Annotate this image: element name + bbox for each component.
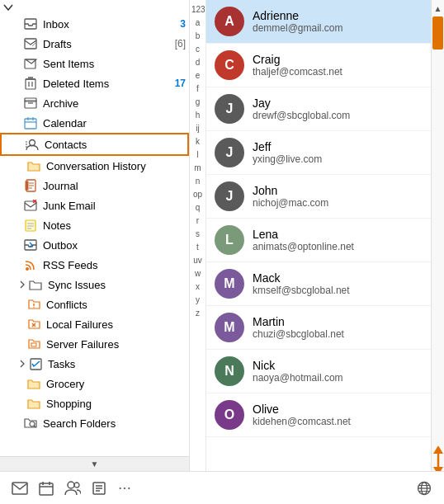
sidebar-item-drafts[interactable]: Drafts [6] [0, 34, 189, 54]
scroll-up-arrow[interactable]: ▲ [432, 0, 445, 16]
icon-drafts [23, 36, 38, 51]
contact-name-6: Mack [253, 271, 423, 285]
alpha-r[interactable]: r [190, 214, 205, 228]
contact-item-0[interactable]: A Adrienne demmel@gmail.com [206, 0, 431, 44]
taskbar-mail[interactable] [7, 475, 33, 502]
contact-name-2: Jay [253, 97, 423, 110]
sidebar-item-calendar[interactable]: Calendar [0, 113, 189, 133]
contact-item-8[interactable]: N Nick naoya@hotmail.com [206, 350, 431, 393]
svg-point-51 [68, 482, 74, 488]
right-scrollbar[interactable]: ▲ [431, 0, 444, 471]
contact-email-3: yxing@live.com [253, 153, 423, 165]
scroll-down-arrow[interactable] [432, 446, 445, 471]
scroll-track[interactable] [432, 16, 444, 446]
contact-item-7[interactable]: M Martin chuzi@sbcglobal.net [206, 306, 431, 350]
contact-info-7: Martin chuzi@sbcglobal.net [253, 315, 423, 340]
sidebar-item-tasks[interactable]: Tasks [0, 354, 189, 374]
icon-inbox [23, 16, 38, 31]
sidebar-item-conv-history[interactable]: Conversation History [0, 156, 189, 176]
alpha-uv[interactable]: uv [190, 254, 205, 267]
contact-avatar-9: O [215, 400, 244, 430]
contact-item-2[interactable]: J Jay drewf@sbcglobal.com [206, 87, 431, 131]
contact-avatar-0: A [215, 7, 244, 36]
expand-arrow [17, 358, 28, 370]
sidebar-item-archive[interactable]: Archive [0, 93, 189, 113]
alpha-z[interactable]: z [190, 307, 205, 320]
contact-item-9[interactable]: O Olive kidehen@comcast.net [206, 393, 431, 437]
sidebar-item-deleted[interactable]: Deleted Items 17 [0, 73, 189, 93]
expand-icon [3, 3, 13, 12]
contact-item-1[interactable]: C Craig thaljef@comcast.net [206, 44, 431, 87]
taskbar-tasks[interactable] [86, 475, 112, 502]
icon-notes [23, 218, 38, 233]
sidebar-item-sync-issues[interactable]: Sync Issues [0, 275, 189, 294]
sidebar-item-conflicts[interactable]: Conflicts [0, 294, 189, 314]
contact-item-6[interactable]: M Mack kmself@sbcglobal.net [206, 262, 431, 306]
alpha-op[interactable]: op [190, 188, 205, 201]
globe-icon[interactable] [411, 475, 437, 502]
taskbar-calendar[interactable] [33, 475, 59, 502]
sidebar-scroll-down[interactable]: ▼ [0, 456, 189, 471]
alpha-c[interactable]: c [190, 43, 205, 56]
alpha-q[interactable]: q [190, 201, 205, 214]
alpha-k[interactable]: k [190, 135, 205, 148]
svg-rect-3 [25, 59, 35, 68]
svg-point-34 [26, 267, 29, 271]
alpha-f[interactable]: f [190, 82, 205, 96]
contact-name-3: Jeff [253, 140, 423, 153]
alpha-a[interactable]: a [190, 16, 205, 30]
alpha-e[interactable]: e [190, 69, 205, 82]
label-deleted: Deleted Items [43, 78, 172, 90]
alpha-h[interactable]: h [190, 109, 205, 122]
icon-shopping [26, 396, 41, 411]
sidebar-item-outbox[interactable]: Outbox [0, 235, 189, 255]
label-search-folders: Search Folders [43, 417, 186, 430]
contact-item-5[interactable]: L Lena animats@optonline.net [206, 219, 431, 262]
alpha-d[interactable]: d [190, 56, 205, 69]
label-journal: Journal [43, 180, 186, 192]
icon-conv-history [26, 158, 41, 173]
sidebar-item-notes[interactable]: Notes [0, 215, 189, 235]
sidebar-item-journal[interactable]: Journal [0, 176, 189, 195]
contact-info-9: Olive kidehen@comcast.net [253, 403, 423, 427]
alpha-g[interactable]: g [190, 96, 205, 109]
alpha-b[interactable]: b [190, 30, 205, 43]
contact-avatar-8: N [215, 356, 244, 386]
contact-info-3: Jeff yxing@live.com [253, 140, 423, 165]
alpha-123[interactable]: 123 [190, 3, 205, 16]
label-local-failures: Local Failures [46, 318, 186, 331]
icon-grocery [26, 376, 41, 391]
sidebar-item-grocery[interactable]: Grocery [0, 374, 189, 393]
sidebar-item-local-failures[interactable]: Local Failures [0, 314, 189, 334]
sidebar-item-inbox[interactable]: Inbox 3 [0, 14, 189, 34]
taskbar-more[interactable]: ⋯ [112, 475, 139, 502]
alpha-ij[interactable]: ij [190, 122, 205, 135]
sidebar-item-search-folders[interactable]: Search Folders [0, 413, 189, 433]
alpha-y[interactable]: y [190, 294, 205, 307]
sidebar-item-sent[interactable]: Sent Items [0, 54, 189, 73]
alpha-x[interactable]: x [190, 280, 205, 294]
alpha-s[interactable]: s [190, 228, 205, 241]
contact-email-0: demmel@gmail.com [253, 22, 423, 34]
alpha-t[interactable]: t [190, 241, 205, 254]
alpha-n[interactable]: n [190, 175, 205, 188]
sidebar-item-rss[interactable]: RSS Feeds [0, 255, 189, 275]
alpha-w[interactable]: w [190, 267, 205, 280]
alpha-l[interactable]: l [190, 148, 205, 162]
contact-item-3[interactable]: J Jeff yxing@live.com [206, 131, 431, 175]
sidebar-item-junk[interactable]: Junk Email [0, 195, 189, 215]
taskbar-people[interactable] [59, 475, 86, 502]
sidebar-item-contacts[interactable]: Contacts [0, 133, 189, 156]
contact-avatar-3: J [215, 138, 244, 167]
sidebar-scroll[interactable]: Inbox 3 Drafts [6] Sent Items Deleted It… [0, 0, 189, 456]
alpha-m[interactable]: m [190, 162, 205, 175]
contact-item-4[interactable]: J John nichoj@mac.com [206, 175, 431, 219]
sidebar-item-shopping[interactable]: Shopping [0, 393, 189, 413]
label-drafts: Drafts [43, 38, 172, 50]
sidebar-item-server-failures[interactable]: Server Failures [0, 334, 189, 354]
scroll-thumb[interactable] [432, 16, 443, 49]
icon-outbox [23, 238, 38, 252]
icon-tasks [28, 356, 43, 371]
sidebar-root-expand[interactable] [0, 0, 189, 14]
taskbar: ⋯ [0, 471, 444, 504]
